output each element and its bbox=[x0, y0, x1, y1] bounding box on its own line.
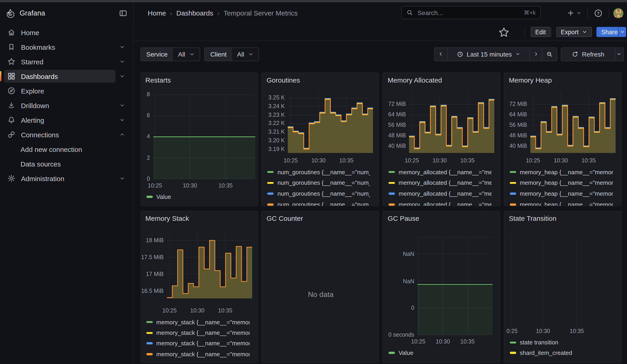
sidebar-link-explore[interactable]: Explore bbox=[4, 84, 129, 97]
legend-label: memory_heap {__name__="memory_h bbox=[520, 168, 613, 175]
star-outline-icon[interactable] bbox=[499, 27, 510, 38]
legend-swatch bbox=[510, 171, 516, 173]
time-nav-group: Last 15 minutes bbox=[434, 47, 543, 61]
legend-item[interactable]: memory_heap {__name__="memory_h bbox=[510, 168, 613, 176]
search-input-box[interactable]: ⌘+k bbox=[401, 6, 541, 19]
legend-swatch bbox=[267, 171, 274, 173]
panel-title[interactable]: State Transition bbox=[509, 214, 556, 222]
sidebar-link-data-sources[interactable]: Data sources bbox=[4, 157, 129, 170]
legend-item[interactable]: memory_heap {__name__="memory_h bbox=[510, 179, 613, 187]
legend-swatch bbox=[510, 352, 516, 354]
sidebar-toggle-icon[interactable] bbox=[119, 9, 127, 17]
chevron-down-icon[interactable] bbox=[116, 41, 129, 53]
x-axis-tick: 10:25 bbox=[156, 307, 183, 314]
legend-item[interactable]: num_goroutines {__name__="num_go bbox=[267, 168, 370, 176]
chevron-down-icon[interactable] bbox=[116, 99, 129, 112]
legend-item[interactable]: num_goroutines {__name__="num_go bbox=[267, 179, 370, 187]
legend-item[interactable]: memory_allocated {__name__="memo bbox=[388, 179, 492, 187]
sidebar-link-starred[interactable]: Starred bbox=[4, 55, 116, 68]
legend-item[interactable]: memory_heap {__name__="memory_h bbox=[510, 201, 613, 207]
breadcrumb: Home›Dashboards›Temporal Server Metrics bbox=[148, 2, 298, 24]
chevron-up-icon[interactable] bbox=[116, 128, 129, 141]
legend-item[interactable]: num_goroutines {__name__="num_go bbox=[267, 190, 370, 197]
panel-goroutines: Goroutines3.25 K3.24 K3.23 K3.22 K3.21 K… bbox=[261, 72, 379, 207]
sidebar-link-dashboards[interactable]: Dashboards bbox=[4, 70, 116, 83]
x-axis-tick: 10:30 bbox=[426, 157, 453, 164]
add-new-button[interactable] bbox=[567, 9, 581, 17]
panel-title[interactable]: Memory Allocated bbox=[388, 76, 442, 84]
chevron-right-icon bbox=[534, 52, 539, 57]
breadcrumb-item-home[interactable]: Home bbox=[148, 9, 166, 17]
panel-title[interactable]: Goroutines bbox=[266, 76, 300, 84]
legend-item[interactable]: memory_heap {__name__="memory_h bbox=[510, 190, 613, 197]
time-range-picker[interactable]: Last 15 minutes bbox=[447, 48, 530, 61]
share-dropdown-button[interactable] bbox=[618, 27, 626, 37]
sidebar-item-alerting: Alerting bbox=[4, 113, 129, 126]
legend-item[interactable]: memory_stack {__name__="memory_s bbox=[146, 329, 250, 337]
panel-title[interactable]: GC Counter bbox=[266, 214, 303, 222]
legend-item[interactable]: memory_allocated {__name__="memo bbox=[388, 201, 492, 207]
legend-label: Value bbox=[399, 349, 413, 356]
avatar[interactable] bbox=[613, 8, 623, 18]
top-header: Grafana Home›Dashboards›Temporal Server … bbox=[0, 2, 627, 24]
no-data-message: No data bbox=[308, 290, 334, 299]
chevron-down-icon[interactable] bbox=[116, 172, 129, 185]
legend-item[interactable]: memory_stack {__name__="memory_s bbox=[146, 351, 250, 358]
sidebar-link-add-new-connection[interactable]: Add new connection bbox=[4, 143, 129, 156]
panel-title[interactable]: Restarts bbox=[146, 76, 171, 84]
sidebar-link-administration[interactable]: Administration bbox=[4, 172, 116, 185]
dashboard-toolbar: Edit Export Share bbox=[133, 24, 627, 40]
sidebar-link-alerting[interactable]: Alerting bbox=[4, 113, 116, 126]
chevron-down-icon[interactable] bbox=[116, 113, 129, 126]
x-axis-tick: 10:35 bbox=[454, 157, 481, 164]
legend-item[interactable]: memory_stack {__name__="memory_s bbox=[146, 318, 250, 326]
time-back-button[interactable] bbox=[435, 48, 447, 61]
legend-item[interactable]: shard_item_created bbox=[510, 349, 572, 357]
time-zoom-out-button[interactable] bbox=[542, 48, 557, 61]
help-icon[interactable]: ? bbox=[594, 9, 602, 17]
service-filter-value[interactable]: All bbox=[173, 48, 200, 61]
main-content: Edit Export Share Service All Client bbox=[133, 24, 627, 364]
sidebar-link-home[interactable]: Home bbox=[4, 26, 129, 39]
y-axis-tick: 16.5 MiB bbox=[141, 287, 164, 294]
sidebar-item-add-new-connection: Add new connection bbox=[4, 143, 129, 156]
panel-title[interactable]: GC Pause bbox=[388, 214, 419, 222]
time-forward-button[interactable] bbox=[530, 48, 542, 61]
edit-button[interactable]: Edit bbox=[530, 27, 550, 37]
legend-item[interactable]: Value bbox=[388, 349, 413, 357]
search-input[interactable] bbox=[417, 8, 520, 17]
x-axis-tick: 10:35 bbox=[575, 157, 602, 164]
breadcrumb-item-dashboards[interactable]: Dashboards bbox=[176, 9, 213, 17]
y-axis-tick: 72 MiB bbox=[383, 100, 406, 108]
x-axis-tick: 10:25 bbox=[141, 182, 169, 189]
panel-title[interactable]: Memory Stack bbox=[146, 214, 189, 222]
y-axis-tick: 48 MiB bbox=[504, 132, 527, 139]
chevron-down-icon[interactable] bbox=[116, 55, 129, 68]
legend-item[interactable]: Value bbox=[146, 193, 171, 201]
sidebar-link-bookmarks[interactable]: Bookmarks bbox=[4, 41, 116, 53]
client-filter-value[interactable]: All bbox=[232, 48, 259, 61]
legend-item[interactable]: memory_stack {__name__="memory_s bbox=[146, 340, 250, 347]
sidebar-item-data-sources: Data sources bbox=[4, 157, 129, 170]
sidebar-link-drilldown[interactable]: Drilldown bbox=[4, 99, 116, 112]
x-axis-tick: 10:25 bbox=[398, 157, 425, 164]
y-axis-tick: 0 seconds bbox=[383, 331, 414, 338]
legend-swatch bbox=[146, 353, 153, 355]
legend-swatch bbox=[388, 171, 395, 173]
compass-icon bbox=[7, 87, 15, 95]
refresh-button[interactable]: Refresh bbox=[562, 48, 615, 61]
chevron-down-icon[interactable] bbox=[116, 70, 129, 83]
export-button[interactable]: Export bbox=[556, 27, 592, 37]
y-axis-tick: 0 bbox=[141, 175, 150, 182]
bookmark-icon bbox=[7, 43, 15, 51]
y-axis-tick: 40 MiB bbox=[504, 142, 527, 150]
legend-item[interactable]: state transition bbox=[510, 339, 558, 346]
refresh-interval-button[interactable] bbox=[615, 48, 623, 61]
legend-item[interactable]: memory_allocated {__name__="memo bbox=[388, 168, 492, 176]
legend-item[interactable]: memory_allocated {__name__="memo bbox=[388, 190, 492, 197]
legend-item[interactable]: num_goroutines {__name__="num_go bbox=[267, 201, 370, 207]
legend-swatch bbox=[146, 332, 153, 334]
panel-title[interactable]: Memory Heap bbox=[509, 76, 552, 84]
sidebar-link-connections[interactable]: Connections bbox=[4, 128, 116, 141]
time-range-label: Last 15 minutes bbox=[467, 51, 512, 58]
